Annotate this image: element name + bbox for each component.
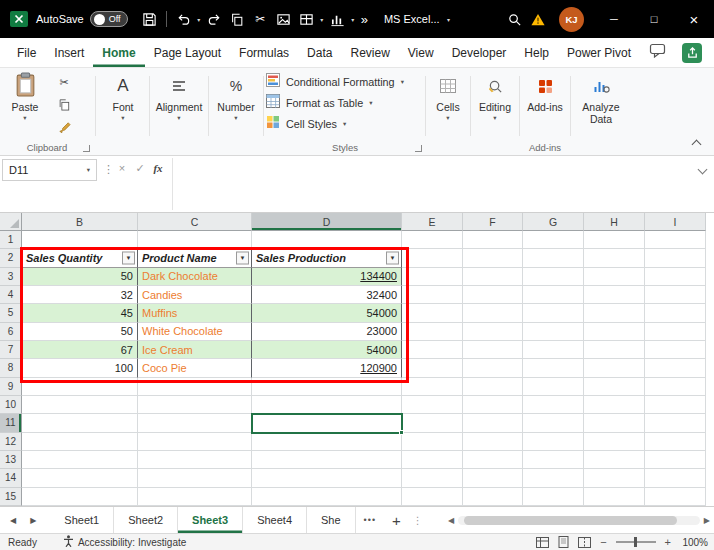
picture-icon[interactable] <box>272 7 295 31</box>
cell-G14[interactable] <box>523 469 584 487</box>
page-layout-view-icon[interactable] <box>558 536 569 548</box>
menu-item-file[interactable]: File <box>8 38 45 67</box>
styles-dialog-launcher-icon[interactable] <box>415 145 422 152</box>
table-dropdown-icon[interactable]: ▾ <box>318 16 326 23</box>
cell-E12[interactable] <box>402 433 463 451</box>
cancel-button[interactable]: × <box>114 162 130 174</box>
sheet-tab-sheet1[interactable]: Sheet1 <box>50 507 114 533</box>
cell-H15[interactable] <box>584 488 645 506</box>
cell-E15[interactable] <box>402 488 463 506</box>
sheet-tab-sheet4[interactable]: Sheet4 <box>243 507 307 533</box>
cell-F15[interactable] <box>463 488 523 506</box>
cell-G7[interactable] <box>523 341 584 359</box>
menu-item-view[interactable]: View <box>399 38 443 67</box>
alignment-collapsed-button[interactable]: Alignment ▾ <box>151 71 207 122</box>
cell-B7[interactable]: 67 <box>22 341 138 359</box>
cell-styles-button[interactable]: Cell Styles ▾ <box>266 116 424 132</box>
cell-B5[interactable]: 45 <box>22 304 138 322</box>
sheet-tab-sheet3[interactable]: Sheet3 <box>178 507 243 533</box>
copy-icon[interactable] <box>226 7 249 31</box>
more-sheets-button[interactable]: ••• <box>356 507 384 533</box>
cell-C12[interactable] <box>138 433 252 451</box>
menu-item-power-pivot[interactable]: Power Pivot <box>558 38 640 67</box>
row-header-4[interactable]: 4 <box>0 286 22 304</box>
cell-E8[interactable] <box>402 359 463 377</box>
previous-sheet-icon[interactable]: ◀ <box>10 516 16 525</box>
cell-G1[interactable] <box>523 231 584 249</box>
undo-icon[interactable] <box>172 7 195 31</box>
cell-B13[interactable] <box>22 451 138 469</box>
cell-C1[interactable] <box>138 231 252 249</box>
undo-dropdown-icon[interactable]: ▾ <box>195 16 203 23</box>
cells-collapsed-button[interactable]: Cells ▾ <box>427 71 469 122</box>
cell-H7[interactable] <box>584 341 645 359</box>
row-header-15[interactable]: 15 <box>0 488 22 506</box>
cell-B1[interactable] <box>22 231 138 249</box>
cell-I8[interactable] <box>645 359 706 377</box>
cell-I6[interactable] <box>645 323 706 341</box>
cell-I7[interactable] <box>645 341 706 359</box>
cell-E13[interactable] <box>402 451 463 469</box>
sheet-tab-sheet2[interactable]: Sheet2 <box>114 507 178 533</box>
filter-button-C2[interactable]: ▼ <box>236 251 249 264</box>
paste-dropdown-icon[interactable]: ▾ <box>23 115 26 122</box>
cut-icon[interactable]: ✂ <box>249 7 272 31</box>
save-icon[interactable] <box>138 7 161 31</box>
cell-G3[interactable] <box>523 268 584 286</box>
cell-H4[interactable] <box>584 286 645 304</box>
cell-G2[interactable] <box>523 249 584 267</box>
scrollbar-thumb[interactable] <box>464 516 677 525</box>
cell-I9[interactable] <box>645 378 706 396</box>
cell-H10[interactable] <box>584 396 645 414</box>
menu-item-page-layout[interactable]: Page Layout <box>145 38 230 67</box>
zoom-slider-thumb[interactable] <box>634 537 637 547</box>
new-sheet-button[interactable]: + <box>384 507 409 533</box>
cell-B14[interactable] <box>22 469 138 487</box>
row-header-3[interactable]: 3 <box>0 268 22 286</box>
column-header-B[interactable]: B <box>22 213 138 231</box>
number-collapsed-button[interactable]: % Number ▾ <box>210 71 262 122</box>
normal-view-icon[interactable] <box>536 537 549 548</box>
table-icon[interactable] <box>295 7 318 31</box>
cell-B12[interactable] <box>22 433 138 451</box>
column-header-F[interactable]: F <box>463 213 523 231</box>
avatar[interactable]: KJ <box>559 7 584 32</box>
cell-F8[interactable] <box>463 359 523 377</box>
formula-bar-expand-icon[interactable] <box>698 166 706 174</box>
cell-G8[interactable] <box>523 359 584 377</box>
cell-B10[interactable] <box>22 396 138 414</box>
cell-G10[interactable] <box>523 396 584 414</box>
enter-button[interactable]: ✓ <box>132 162 148 175</box>
name-box[interactable]: D11 ▾ <box>2 159 97 181</box>
excel-logo-icon[interactable] <box>9 9 29 29</box>
cell-F2[interactable] <box>463 249 523 267</box>
cell-C3[interactable]: Dark Chocolate <box>138 268 252 286</box>
clipboard-dialog-launcher-icon[interactable] <box>83 145 90 152</box>
chart-dropdown-icon[interactable]: ▾ <box>349 16 357 23</box>
cell-D15[interactable] <box>252 488 402 506</box>
warning-icon[interactable] <box>526 7 549 31</box>
cell-E3[interactable] <box>402 268 463 286</box>
cell-F10[interactable] <box>463 396 523 414</box>
column-header-C[interactable]: C <box>138 213 252 231</box>
scroll-left-icon[interactable]: ◀ <box>448 516 454 525</box>
cell-E6[interactable] <box>402 323 463 341</box>
cell-H1[interactable] <box>584 231 645 249</box>
analyze-data-button[interactable]: Analyze Data <box>572 71 630 125</box>
column-header-H[interactable]: H <box>584 213 645 231</box>
cell-E1[interactable] <box>402 231 463 249</box>
cell-H2[interactable] <box>584 249 645 267</box>
column-header-D[interactable]: D <box>252 213 402 231</box>
cell-I13[interactable] <box>645 451 706 469</box>
cell-B6[interactable]: 50 <box>22 323 138 341</box>
paste-button[interactable]: Paste ▾ <box>4 72 46 122</box>
cell-C10[interactable] <box>138 396 252 414</box>
row-header-2[interactable]: 2 <box>0 249 22 267</box>
cell-I11[interactable] <box>645 414 706 432</box>
maximize-button[interactable]: □ <box>634 0 674 38</box>
cell-B15[interactable] <box>22 488 138 506</box>
cell-H8[interactable] <box>584 359 645 377</box>
cell-G13[interactable] <box>523 451 584 469</box>
scroll-right-icon[interactable]: ▶ <box>704 516 710 525</box>
row-header-11[interactable]: 11 <box>0 414 22 432</box>
